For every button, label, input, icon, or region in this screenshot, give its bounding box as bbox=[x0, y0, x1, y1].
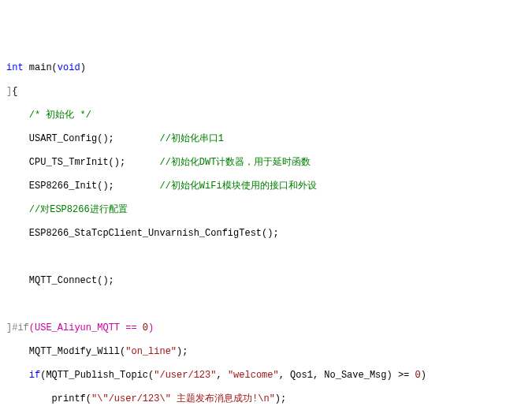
code-text: CPU_TS_TmrInit(); bbox=[6, 157, 159, 168]
code-text: (MQTT_Publish_Topic( bbox=[40, 370, 154, 381]
string: "\"/user/123\" 主题发布消息成功!\n" bbox=[91, 393, 275, 404]
code-line: printf("\"/user/123\" 主题发布消息成功!\n"); bbox=[6, 393, 526, 405]
comment: //初始化WiFi模块使用的接口和外设 bbox=[159, 181, 316, 192]
code-line bbox=[6, 251, 526, 263]
code-line: ]#if(USE_Aliyun_MQTT == 0) bbox=[6, 322, 526, 334]
macro-cond: (USE_Aliyun_MQTT == bbox=[29, 322, 143, 333]
keyword-int: int bbox=[6, 62, 24, 73]
code-line bbox=[6, 299, 526, 311]
code-text: ESP8266_Init(); bbox=[6, 181, 159, 192]
code-line: MQTT_Modify_Will("on_line"); bbox=[6, 346, 526, 358]
code-line: CPU_TS_TmrInit(); //初始化DWT计数器，用于延时函数 bbox=[6, 157, 526, 169]
code-text: ); bbox=[177, 346, 188, 357]
comment: //对ESP8266进行配置 bbox=[6, 204, 128, 215]
code-line: MQTT_Connect(); bbox=[6, 275, 526, 287]
keyword-void: void bbox=[58, 62, 80, 73]
code-text: , Qos1, No_Save_Msg) >= bbox=[279, 370, 415, 381]
code-text: ) bbox=[80, 62, 86, 73]
number: 0 bbox=[415, 370, 421, 381]
code-line: /* 初始化 */ bbox=[6, 110, 526, 121]
comment: /* 初始化 */ bbox=[6, 110, 91, 121]
code-text: ) bbox=[421, 370, 426, 381]
code-text: printf( bbox=[6, 393, 91, 404]
code-line: ESP8266_StaTcpClient_Unvarnish_ConfigTes… bbox=[6, 228, 526, 240]
macro-cond: ) bbox=[148, 322, 154, 333]
string: "welcome" bbox=[228, 370, 279, 381]
code-line: USART_Config(); //初始化串口1 bbox=[6, 133, 526, 145]
code-text: MQTT_Connect(); bbox=[6, 275, 114, 286]
comment: //初始化DWT计数器，用于延时函数 bbox=[159, 157, 311, 168]
string: "on_line" bbox=[125, 346, 177, 357]
code-text: USART_Config(); bbox=[6, 133, 159, 144]
code-line: //对ESP8266进行配置 bbox=[6, 204, 526, 216]
comment: //初始化串口1 bbox=[159, 133, 224, 144]
code-text: ); bbox=[275, 393, 286, 404]
code-line: ESP8266_Init(); //初始化WiFi模块使用的接口和外设 bbox=[6, 181, 526, 192]
preprocessor-if: #if bbox=[12, 322, 29, 333]
indent bbox=[6, 370, 29, 381]
keyword-if: if bbox=[29, 370, 40, 381]
string: "/user/123" bbox=[154, 370, 216, 381]
code-line: ]{ bbox=[6, 86, 526, 98]
number: 0 bbox=[143, 322, 148, 333]
code-editor[interactable]: int main(void) ]{ /* 初始化 */ USART_Config… bbox=[6, 50, 526, 406]
code-text: ESP8266_StaTcpClient_Unvarnish_ConfigTes… bbox=[6, 228, 279, 239]
code-line: if(MQTT_Publish_Topic("/user/123", "welc… bbox=[6, 370, 526, 382]
code-text: , bbox=[216, 370, 227, 381]
code-text: main( bbox=[24, 62, 58, 73]
brace-open: { bbox=[12, 86, 17, 97]
code-line: int main(void) bbox=[6, 62, 526, 74]
code-text: MQTT_Modify_Will( bbox=[6, 346, 125, 357]
